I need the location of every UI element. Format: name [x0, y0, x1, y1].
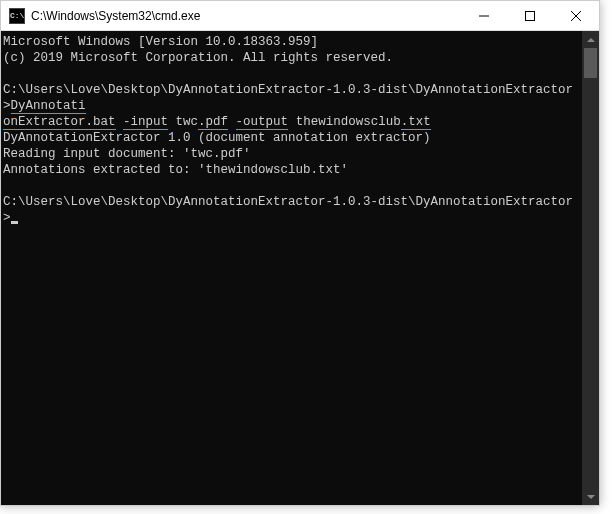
window-controls — [461, 1, 599, 30]
scrollbar-thumb[interactable] — [584, 48, 597, 78]
cmd-input-flag: -input — [123, 115, 168, 130]
svg-rect-1 — [526, 11, 535, 20]
minimize-icon — [479, 11, 489, 21]
command-line-1-wrap: onExtractor.bat -input twc.pdf -output t… — [3, 114, 580, 130]
text-cursor — [11, 221, 18, 224]
chevron-up-icon — [587, 38, 595, 42]
console-output[interactable]: Microsoft Windows [Version 10.0.18363.95… — [1, 31, 582, 505]
prompt-text-2: C:\Users\Love\Desktop\DyAnnotationExtrac… — [3, 195, 573, 225]
output-reading: Reading input document: 'twc.pdf' — [3, 146, 580, 162]
minimize-button[interactable] — [461, 1, 507, 30]
window-title: C:\Windows\System32\cmd.exe — [31, 9, 461, 23]
cmd-input-ext: .pdf — [198, 115, 228, 130]
version-line: Microsoft Windows [Version 10.0.18363.95… — [3, 34, 580, 50]
scrollbar-track[interactable] — [582, 48, 599, 488]
vertical-scrollbar[interactable] — [582, 31, 599, 505]
cmd-exe-name: DyAnnotati — [11, 99, 86, 114]
cmd-output-ext: .txt — [401, 115, 431, 130]
close-icon — [571, 11, 581, 21]
output-extracted: Annotations extracted to: 'thewindowsclu… — [3, 162, 580, 178]
copyright-line: (c) 2019 Microsoft Corporation. All righ… — [3, 50, 580, 66]
command-line-1: C:\Users\Love\Desktop\DyAnnotationExtrac… — [3, 82, 580, 114]
svg-marker-4 — [587, 38, 595, 42]
console-wrapper: Microsoft Windows [Version 10.0.18363.95… — [1, 31, 599, 505]
titlebar[interactable]: C:\ C:\Windows\System32\cmd.exe — [1, 1, 599, 31]
prompt-text: C:\Users\Love\Desktop\DyAnnotationExtrac… — [3, 83, 573, 113]
output-title: DyAnnotationExtractor 1.0 (document anno… — [3, 130, 580, 146]
cmd-output-flag: -output — [236, 115, 289, 130]
cmd-window: C:\ C:\Windows\System32\cmd.exe Microsof… — [0, 0, 600, 506]
svg-marker-5 — [587, 495, 595, 499]
blank-line — [3, 178, 580, 194]
cmd-exe-name-wrap: onExtractor.bat — [3, 115, 116, 130]
maximize-button[interactable] — [507, 1, 553, 30]
chevron-down-icon — [587, 495, 595, 499]
blank-line — [3, 66, 580, 82]
maximize-icon — [525, 11, 535, 21]
cmd-icon: C:\ — [9, 8, 25, 24]
close-button[interactable] — [553, 1, 599, 30]
scrollbar-down-arrow[interactable] — [582, 488, 599, 505]
command-line-2: C:\Users\Love\Desktop\DyAnnotationExtrac… — [3, 194, 580, 226]
scrollbar-up-arrow[interactable] — [582, 31, 599, 48]
